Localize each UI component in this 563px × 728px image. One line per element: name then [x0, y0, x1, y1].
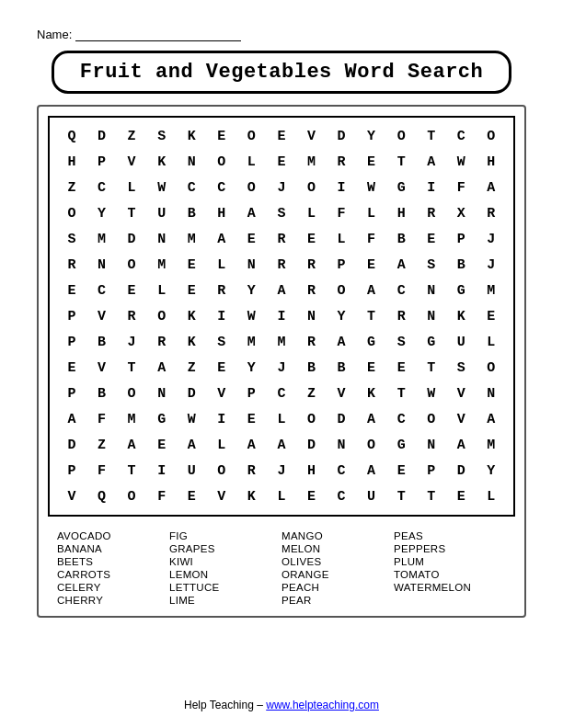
grid-cell-10-10: K [359, 381, 385, 406]
grid-cell-9-12: T [419, 355, 444, 381]
grid-cell-11-11: C [388, 406, 414, 432]
grid-cell-0-0: Q [59, 123, 85, 149]
grid-cell-2-10: W [359, 175, 385, 200]
grid-cell-10-2: O [119, 381, 144, 406]
grid-cell-14-7: L [269, 483, 294, 509]
name-label: Name: [37, 28, 72, 41]
footer-link[interactable]: www.helpteaching.com [266, 699, 379, 711]
grid-cell-9-7: J [269, 355, 294, 381]
grid-cell-12-7: A [269, 432, 294, 458]
grid-cell-6-1: C [89, 278, 115, 303]
grid-cell-13-0: P [59, 458, 85, 483]
grid-cell-13-1: F [89, 458, 115, 483]
word-item: TOMATO [394, 568, 506, 581]
grid-row-5: RNOMELNRRPEASBJ [59, 252, 504, 278]
grid-cell-10-6: P [238, 381, 264, 406]
grid-row-10: PBONDVPCZVKTWVN [59, 381, 504, 406]
page: Name: Fruit and Vegetables Word Search Q… [0, 0, 563, 728]
grid-cell-6-13: G [448, 278, 474, 303]
name-underline [75, 28, 241, 41]
grid-cell-4-4: M [178, 226, 204, 252]
word-col-1: AVOCADOBANANABEETSCARROTSCELERYCHERRY [57, 529, 169, 607]
grid-cell-4-11: B [388, 226, 414, 252]
grid-cell-0-10: Y [359, 123, 385, 149]
grid-cell-4-10: F [359, 226, 385, 252]
grid-cell-13-13: D [448, 458, 474, 483]
grid-cell-9-13: S [448, 355, 474, 381]
grid-cell-10-11: T [388, 381, 414, 406]
grid-cell-1-11: T [388, 149, 414, 175]
word-item: ORANGE [282, 568, 394, 581]
grid-cell-0-11: O [388, 123, 414, 149]
grid-cell-14-13: E [448, 483, 474, 509]
word-item: LETTUCE [169, 581, 282, 594]
grid-cell-6-7: A [269, 278, 294, 303]
grid-cell-5-7: R [269, 252, 294, 278]
grid-cell-3-7: S [269, 200, 294, 226]
grid-cell-4-12: E [419, 226, 444, 252]
grid-cell-8-9: A [328, 329, 354, 355]
grid-cell-11-9: D [328, 406, 354, 432]
grid-cell-3-3: U [149, 200, 175, 226]
grid-cell-4-6: E [238, 226, 264, 252]
grid-cell-12-0: D [59, 432, 85, 458]
grid-cell-8-10: G [359, 329, 385, 355]
grid-cell-5-13: B [448, 252, 474, 278]
word-item: CHERRY [57, 594, 169, 607]
grid-cell-2-2: L [119, 175, 144, 200]
grid-row-7: PVROKIWINYTRNKE [59, 303, 504, 329]
grid-cell-8-1: B [89, 329, 115, 355]
grid-cell-10-12: W [419, 381, 444, 406]
grid-cell-14-10: U [359, 483, 385, 509]
grid-cell-6-11: C [388, 278, 414, 303]
grid-cell-3-14: R [478, 200, 504, 226]
grid-cell-13-2: T [119, 458, 144, 483]
grid-cell-2-13: F [448, 175, 474, 200]
grid-cell-7-6: W [238, 303, 264, 329]
grid-cell-8-14: L [478, 329, 504, 355]
grid-row-12: DZAEALAADNOGNAM [59, 432, 504, 458]
page-title: Fruit and Vegetables Word Search [80, 61, 483, 84]
grid-cell-7-1: V [89, 303, 115, 329]
word-item: PLUM [394, 555, 506, 568]
grid-cell-4-2: D [119, 226, 144, 252]
grid-cell-5-0: R [59, 252, 85, 278]
grid-cell-7-12: N [419, 303, 444, 329]
grid-cell-14-4: E [178, 483, 204, 509]
word-item: OLIVES [282, 555, 394, 568]
grid-cell-1-14: H [478, 149, 504, 175]
title-box: Fruit and Vegetables Word Search [52, 51, 511, 94]
grid-cell-10-9: V [328, 381, 354, 406]
grid-cell-3-5: H [209, 200, 235, 226]
grid-row-3: OYTUBHASLFLHRXR [59, 200, 504, 226]
grid-cell-1-7: E [269, 149, 294, 175]
grid-cell-12-1: Z [89, 432, 115, 458]
grid-cell-14-3: F [149, 483, 175, 509]
grid-cell-10-13: V [448, 381, 474, 406]
grid-cell-2-6: O [238, 175, 264, 200]
grid-cell-6-10: A [359, 278, 385, 303]
word-item: KIWI [169, 555, 282, 568]
grid-cell-10-14: N [478, 381, 504, 406]
grid-cell-9-8: B [299, 355, 325, 381]
grid-cell-9-10: E [359, 355, 385, 381]
grid-cell-12-10: O [359, 432, 385, 458]
grid-cell-12-12: N [419, 432, 444, 458]
word-item: GRAPES [169, 542, 282, 555]
grid-cell-4-8: E [299, 226, 325, 252]
grid-cell-11-0: A [59, 406, 85, 432]
grid-cell-5-11: A [388, 252, 414, 278]
grid-cell-9-2: T [119, 355, 144, 381]
grid-cell-14-5: V [209, 483, 235, 509]
grid-cell-3-6: A [238, 200, 264, 226]
grid-cell-3-1: Y [89, 200, 115, 226]
grid-cell-1-2: V [119, 149, 144, 175]
grid-cell-10-4: D [178, 381, 204, 406]
grid-cell-12-2: A [119, 432, 144, 458]
grid-cell-13-5: O [209, 458, 235, 483]
word-item [394, 594, 506, 596]
grid-cell-4-5: A [209, 226, 235, 252]
grid-cell-0-3: S [149, 123, 175, 149]
grid-cell-1-10: E [359, 149, 385, 175]
grid-cell-13-9: C [328, 458, 354, 483]
